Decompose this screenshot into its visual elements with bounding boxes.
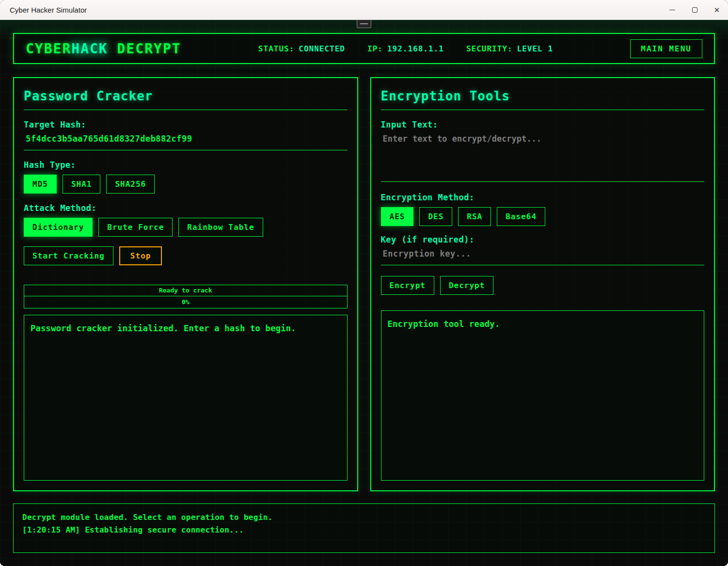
minimize-icon xyxy=(669,10,675,10)
hash-type-label: Hash Type: xyxy=(24,160,348,170)
window-title: Cyber Hacker Simulator xyxy=(0,6,87,14)
drag-handle[interactable] xyxy=(357,20,371,28)
maximize-icon xyxy=(692,7,697,13)
crack-status-text: Ready to crack xyxy=(24,285,348,296)
password-cracker-panel: Password Cracker Target Hash: Hash Type:… xyxy=(13,77,358,491)
start-cracking-button[interactable]: Start Cracking xyxy=(24,246,113,265)
encryption-key-input[interactable] xyxy=(381,244,705,265)
main-content: Password Cracker Target Hash: Hash Type:… xyxy=(13,77,715,491)
method-des-button[interactable]: DES xyxy=(419,207,452,226)
security-value: LEVEL 1 xyxy=(517,44,553,53)
hash-type-md5-button[interactable]: MD5 xyxy=(24,175,57,194)
input-text-label: Input Text: xyxy=(381,120,705,129)
titlebar: Cyber Hacker Simulator ✕ xyxy=(0,0,728,20)
method-rsa-button[interactable]: RSA xyxy=(458,207,491,226)
hash-type-sha1-button[interactable]: SHA1 xyxy=(63,175,101,194)
app-header: CYBERHACK DECRYPT STATUS:CONNECTED IP:19… xyxy=(13,33,715,64)
ip-value: 192.168.1.1 xyxy=(387,44,444,53)
attack-rainbow-table-button[interactable]: Rainbow Table xyxy=(178,218,263,237)
attack-method-label: Attack Method: xyxy=(24,203,348,213)
status-ip: IP:192.168.1.1 xyxy=(367,44,444,53)
stop-button[interactable]: Stop xyxy=(119,246,162,265)
maximize-button[interactable] xyxy=(683,0,706,20)
panel-title-password-cracker: Password Cracker xyxy=(24,89,348,110)
method-aes-button[interactable]: AES xyxy=(381,207,414,226)
crack-progress: Ready to crack 0% xyxy=(24,285,348,308)
attack-brute-force-button[interactable]: Brute Force xyxy=(98,218,173,237)
close-icon: ✕ xyxy=(714,6,720,15)
ip-label: IP: xyxy=(367,44,383,53)
encryption-tools-panel: Encryption Tools Input Text: Encryption … xyxy=(370,77,715,491)
status-label: STATUS: xyxy=(258,44,294,53)
logo-part-decrypt: DECRYPT xyxy=(108,41,181,57)
cracker-output: Password cracker initialized. Enter a ha… xyxy=(24,315,348,481)
decrypt-button[interactable]: Decrypt xyxy=(440,276,493,295)
method-base64-button[interactable]: Base64 xyxy=(497,207,545,226)
app-window: Cyber Hacker Simulator ✕ CYBERHACK DECRY… xyxy=(0,0,728,566)
crack-control-buttons: Start Cracking Stop xyxy=(24,246,348,265)
main-menu-button[interactable]: MAIN MENU xyxy=(630,39,702,58)
encryption-method-buttons: AES DES RSA Base64 xyxy=(381,207,705,226)
app-logo: CYBERHACK DECRYPT xyxy=(26,41,181,57)
attack-method-buttons: Dictionary Brute Force Rainbow Table xyxy=(24,218,348,237)
target-hash-input[interactable] xyxy=(24,129,348,150)
encryption-method-label: Encryption Method: xyxy=(381,193,705,202)
encryption-key-label: Key (if required): xyxy=(381,235,705,244)
log-line: Decrypt module loaded. Select an operati… xyxy=(22,511,706,524)
window-controls: ✕ xyxy=(661,0,728,20)
close-button[interactable]: ✕ xyxy=(706,0,728,20)
hash-type-sha256-button[interactable]: SHA256 xyxy=(106,175,155,194)
status-security: SECURITY:LEVEL 1 xyxy=(466,44,553,53)
status-connection: STATUS:CONNECTED xyxy=(258,44,345,53)
minimize-button[interactable] xyxy=(661,0,683,20)
logo-part-hack: HACK xyxy=(71,41,108,57)
crack-progress-bar: 0% xyxy=(24,296,348,308)
encryption-action-buttons: Encrypt Decrypt xyxy=(381,276,705,295)
status-bar: STATUS:CONNECTED IP:192.168.1.1 SECURITY… xyxy=(258,44,553,53)
attack-dictionary-button[interactable]: Dictionary xyxy=(24,218,93,237)
drag-handle-icon xyxy=(360,23,368,24)
status-value: CONNECTED xyxy=(299,44,345,53)
panel-title-encryption-tools: Encryption Tools xyxy=(381,89,705,110)
encryption-output: Encryption tool ready. xyxy=(381,310,705,481)
target-hash-label: Target Hash: xyxy=(24,120,348,129)
encrypt-button[interactable]: Encrypt xyxy=(381,276,434,295)
system-log: Decrypt module loaded. Select an operati… xyxy=(13,503,715,553)
security-label: SECURITY: xyxy=(466,44,513,53)
app-content: CYBERHACK DECRYPT STATUS:CONNECTED IP:19… xyxy=(0,20,728,566)
log-line: [1:20:15 AM] Establishing secure connect… xyxy=(22,524,706,536)
logo-part-cyber: CYBER xyxy=(26,41,71,57)
encryption-input-textarea[interactable] xyxy=(381,129,705,182)
hash-type-buttons: MD5 SHA1 SHA256 xyxy=(24,175,348,194)
